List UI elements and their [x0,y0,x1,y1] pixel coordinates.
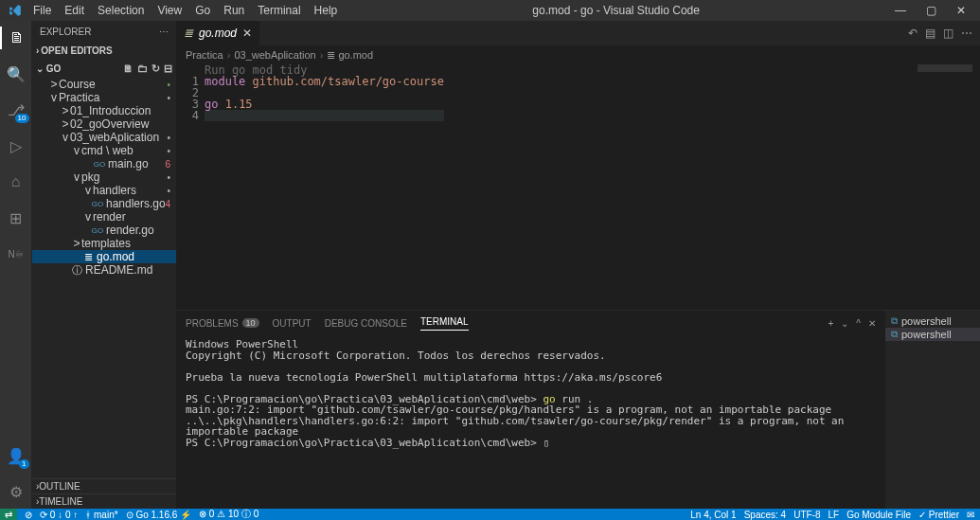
open-editors-section[interactable]: ›OPEN EDITORS [32,42,176,59]
breadcrumb-item[interactable]: 03_webAplication [234,49,315,61]
status-item[interactable]: Spaces: 4 [744,510,786,520]
tree-item-02-gooverview[interactable]: >02_goOverview [32,117,176,131]
file-icon: ≣ [184,27,193,40]
editor-group: ≣ go.mod ✕ ↶ ▤ ◫ ⋯ Practica›03_webAplica… [176,21,980,509]
maximize-panel-icon[interactable]: ^ [856,318,861,329]
line-numbers: 1234 [176,64,205,310]
status-item[interactable]: ✓ Prettier [918,510,959,520]
terminal-tab[interactable]: TERMINAL [420,316,469,331]
breadcrumb-item[interactable]: Practica [186,49,223,61]
menu-help[interactable]: Help [309,2,344,19]
explorer-title: EXPLORER [40,27,91,37]
status-item[interactable]: ᚼ main* [85,510,117,520]
go-file-icon: GO [91,226,104,235]
tree-item-render[interactable]: vrender [32,210,176,224]
problems-tab[interactable]: PROBLEMS10 [186,318,259,329]
tree-item-01-introduccion[interactable]: >01_Introduccion [32,104,176,117]
tree-item-main-go[interactable]: GOmain.go6 [32,157,176,170]
vscode-logo-icon [8,4,22,18]
panel-tabs: PROBLEMS10 OUTPUT DEBUG CONSOLE TERMINAL… [176,311,885,335]
status-item[interactable]: Ln 4, Col 1 [690,510,736,520]
nx-activity-icon[interactable]: N♾ [5,242,27,265]
editor-tabs: ≣ go.mod ✕ ↶ ▤ ◫ ⋯ [176,21,980,45]
timeline-section[interactable]: › TIMELINE [32,493,176,509]
new-terminal-icon[interactable]: + [828,318,833,329]
tree-item-readme-md[interactable]: ⓘREADME.md [32,263,176,277]
terminal-output[interactable]: Windows PowerShellCopyright (C) Microsof… [176,335,885,509]
status-item[interactable]: ⊘ [25,510,32,520]
output-tab[interactable]: OUTPUT [273,318,312,329]
status-item[interactable]: ⟳ 0 ↓ 0 ↑ [40,510,78,520]
tree-item-pkg[interactable]: vpkg• [32,170,176,184]
collapse-icon[interactable]: ⊟ [164,63,172,75]
tree-item-course[interactable]: >Course• [32,78,176,91]
menu-go[interactable]: Go [189,2,216,19]
terminal-entry[interactable]: ⧉powershell [885,314,980,328]
split-editor-icon[interactable]: ◫ [943,27,953,40]
window-controls: ― ▢ ✕ [889,4,972,17]
menu-selection[interactable]: Selection [92,2,150,19]
terminal-entry[interactable]: ⧉powershell [885,328,980,341]
status-item[interactable]: ⊗ 0 ⚠ 10 ⓘ 0 [199,508,258,520]
bottom-panel: PROBLEMS10 OUTPUT DEBUG CONSOLE TERMINAL… [176,310,980,509]
folder-root-header[interactable]: ⌄ GO 🗎 🗀 ↻ ⊟ [32,59,176,78]
tree-item-cmd-web[interactable]: vcmd \ web• [32,144,176,157]
menu-terminal[interactable]: Terminal [252,2,306,19]
search-activity-icon[interactable]: 🔍 [5,63,27,85]
extensions-activity-icon[interactable]: ⊞ [5,206,27,229]
tree-item-handlers-go[interactable]: GOhandlers.go4 [32,197,176,210]
menu-edit[interactable]: Edit [59,2,90,19]
minimap[interactable] [918,64,972,72]
minimize-button[interactable]: ― [889,4,912,17]
tree-item-render-go[interactable]: GOrender.go [32,224,176,237]
powershell-icon: ⧉ [891,315,898,327]
status-item[interactable]: UTF-8 [793,510,820,520]
explorer-sidebar: EXPLORER ⋯ ›OPEN EDITORS ⌄ GO 🗎 🗀 ↻ ⊟ >C… [32,21,176,509]
maximize-button[interactable]: ▢ [919,4,942,17]
status-item[interactable]: ✉ [967,510,974,520]
close-button[interactable]: ✕ [950,4,972,17]
activity-bar: 🗎 🔍 ⎇10 ▷ ⌂ ⊞ N♾ 👤1 ⚙ [0,21,32,509]
go-file-icon: GO [91,200,104,208]
explorer-activity-icon[interactable]: 🗎 [0,27,32,49]
code-content[interactable]: Run go mod tidymodule github.com/tsawler… [205,64,444,310]
menu-view[interactable]: View [151,2,187,19]
tab-go-mod[interactable]: ≣ go.mod ✕ [176,21,260,45]
explorer-more-icon[interactable]: ⋯ [159,27,169,37]
refresh-icon[interactable]: ↻ [151,63,160,75]
run-activity-icon[interactable]: ▷ [5,134,27,157]
debug-console-tab[interactable]: DEBUG CONSOLE [325,318,407,329]
tree-item-go-mod[interactable]: ≣go.mod [32,250,176,263]
remote-activity-icon[interactable]: ⌂ [5,170,27,193]
status-item[interactable]: ⊙ Go 1.16.6 ⚡ [126,510,191,520]
window-title: go.mod - go - Visual Studio Code [343,4,889,17]
status-bar: ⇄ ⊘⟳ 0 ↓ 0 ↑ᚼ main*⊙ Go 1.16.6 ⚡⊗ 0 ⚠ 10… [0,509,980,520]
tree-item-03-webaplication[interactable]: v03_webAplication• [32,131,176,144]
diff-icon[interactable]: ▤ [925,27,935,40]
menu-file[interactable]: File [27,2,57,19]
close-tab-icon[interactable]: ✕ [242,27,252,40]
tree-item-templates[interactable]: >templates [32,237,176,250]
settings-gear-icon[interactable]: ⚙ [5,480,27,503]
status-item[interactable]: LF [829,510,840,520]
source-control-activity-icon[interactable]: ⎇10 [5,99,27,121]
go-back-icon[interactable]: ↶ [908,27,918,40]
tree-item-handlers[interactable]: vhandlers• [32,184,176,197]
remote-indicator[interactable]: ⇄ [0,509,17,520]
status-item[interactable]: Go Module File [846,510,911,520]
more-actions-icon[interactable]: ⋯ [961,27,972,40]
account-icon[interactable]: 👤1 [5,444,27,467]
powershell-icon: ⧉ [891,329,898,340]
menu-run[interactable]: Run [218,2,250,19]
close-panel-icon[interactable]: ✕ [868,318,876,329]
new-folder-icon[interactable]: 🗀 [137,63,148,75]
tree-item-practica[interactable]: vPractica• [32,91,176,104]
breadcrumb[interactable]: Practica›03_webAplication›≣ go.mod [176,45,980,64]
file-icon: ≣ [81,251,95,263]
new-file-icon[interactable]: 🗎 [123,63,134,75]
terminal-dropdown-icon[interactable]: ⌄ [841,318,848,329]
go-file-icon: GO [93,160,106,169]
file-icon: ⓘ [70,263,83,278]
outline-section[interactable]: › OUTLINE [32,478,176,493]
breadcrumb-item[interactable]: ≣ go.mod [327,49,373,62]
